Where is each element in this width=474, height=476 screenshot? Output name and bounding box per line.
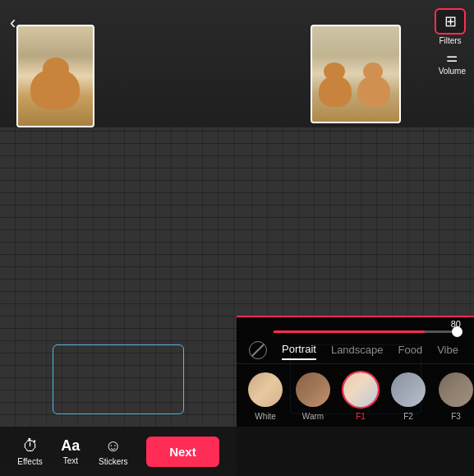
text-label: Text — [63, 456, 78, 465]
filter-white[interactable]: White — [246, 371, 284, 421]
slider-fill — [274, 330, 425, 333]
stickers-label: Stickers — [99, 457, 128, 466]
trackpad-left — [53, 344, 184, 414]
no-filter-line — [251, 344, 265, 357]
filter-white-label: White — [255, 412, 276, 421]
text-button[interactable]: Aa Text — [61, 437, 80, 465]
bottom-toolbar: ⏱ Effects Aa Text ☺ Stickers Next — [0, 427, 237, 476]
volume-icon: ⚌ — [446, 49, 458, 65]
stickers-button[interactable]: ☺ Stickers — [99, 437, 128, 466]
back-button[interactable]: ‹ — [10, 12, 16, 34]
volume-button[interactable]: ⚌ Volume — [439, 49, 466, 76]
face-warm-img — [296, 372, 330, 407]
filter-f3[interactable]: F3 — [437, 371, 474, 421]
slider-thumb[interactable] — [452, 326, 462, 337]
filter-f1-thumb — [342, 371, 380, 409]
filter-f2[interactable]: F2 — [389, 371, 427, 421]
face-f3-img — [439, 372, 473, 407]
dog2-head — [363, 62, 383, 81]
filter-f3-thumb — [437, 371, 474, 409]
dog-thumbnail-left — [16, 25, 94, 127]
face-f1-img — [343, 372, 378, 407]
filters-panel: 80 Portrait Landscape Food Vibe — [237, 316, 474, 476]
left-panel: ‹ ⏱ Effects Aa Text ☺ Stickers Next — [0, 0, 237, 476]
filters-icon-box: ⊞ — [435, 8, 466, 35]
effects-icon: ⏱ — [22, 437, 39, 455]
face-f2-img — [391, 372, 426, 407]
text-icon: Aa — [61, 437, 80, 455]
filter-f2-label: F2 — [403, 412, 413, 421]
filter-slider-track[interactable] — [274, 330, 462, 333]
filter-f1-label: F1 — [356, 412, 366, 421]
face-white-img — [248, 372, 283, 407]
filter-warm-thumb — [294, 371, 332, 409]
filter-f2-thumb — [389, 371, 427, 409]
effects-button[interactable]: ⏱ Effects — [17, 437, 42, 466]
effects-label: Effects — [17, 457, 42, 466]
volume-label: Volume — [439, 67, 466, 76]
filters-label: Filters — [439, 36, 461, 45]
filter-white-thumb — [246, 371, 284, 409]
stickers-icon: ☺ — [105, 437, 122, 455]
filters-icon: ⊞ — [444, 12, 457, 30]
filter-items-row: White Warm F1 F2 — [237, 364, 474, 427]
dog-thumbnail-right — [311, 25, 401, 123]
filter-warm[interactable]: Warm — [294, 371, 332, 421]
filters-button[interactable]: ⊞ Filters — [435, 8, 466, 45]
filter-f3-label: F3 — [451, 412, 461, 421]
tab-portrait[interactable]: Portrait — [282, 340, 316, 360]
tab-vibe[interactable]: Vibe — [437, 340, 458, 359]
next-button[interactable]: Next — [146, 437, 219, 467]
filter-warm-label: Warm — [302, 412, 324, 421]
filter-f1[interactable]: F1 — [342, 371, 380, 421]
dog-image-right — [312, 26, 399, 122]
no-filter-button[interactable] — [249, 341, 267, 359]
tab-landscape[interactable]: Landscape — [331, 340, 384, 359]
filter-tabs: Portrait Landscape Food Vibe — [237, 336, 474, 364]
dog-head — [43, 58, 69, 81]
tab-food[interactable]: Food — [398, 340, 423, 359]
dog-image-left — [18, 26, 93, 126]
dog1-head — [324, 62, 345, 81]
right-panel: ⊞ Filters ⚌ Volume 80 Portrait Landsca — [237, 0, 474, 476]
